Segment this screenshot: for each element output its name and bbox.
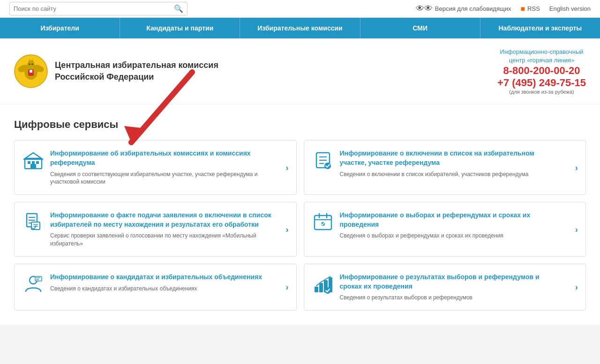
svg-rect-15 [32,161,35,164]
service-card-5-title: Информирование о кандидатах и избиратель… [50,273,273,282]
main-nav: Избиратели Кандидаты и партии Избиратель… [0,18,600,38]
nav-item-commissions[interactable]: Избирательные комиссии [240,18,360,38]
svg-point-9 [32,64,33,65]
svg-point-8 [29,64,30,65]
service-card-3-body: Информирование о факте подачи заявления … [50,211,273,248]
service-card-1-desc: Сведения о соответствующем избирательном… [50,171,273,186]
vision-link[interactable]: 👁👁 Версия для слабовидящих [416,4,511,14]
service-card-5[interactable]: Информирование о кандидатах и избиратель… [14,264,297,311]
service-card-1-title: Информирование об избирательных комиссия… [50,149,273,167]
service-card-2-body: Информирование о включении в список на и… [340,149,562,178]
hotline-phone1: 8-800-200-00-20 [497,65,586,77]
document-icon [23,212,44,232]
service-card-4-title: Информирование о выборах и референдумах … [340,211,562,229]
svg-rect-16 [36,161,39,164]
service-card-5-arrow: › [286,282,289,292]
nav-item-observers[interactable]: Наблюдатели и эксперты [480,18,600,38]
section-title: Цифровые сервисы [14,119,586,131]
service-card-1-body: Информирование об избирательных комиссия… [50,149,273,186]
service-card-2-desc: Сведения о включении в список избирателе… [340,171,562,178]
service-card-6-desc: Сведения о результатах выборов и референ… [340,294,562,302]
service-card-6-body: Информирование о результатах выборов и р… [340,273,562,302]
service-card-4[interactable]: Информирование о выборах и референдумах … [304,202,586,257]
rss-icon: ■ [520,5,525,13]
site-header: Центральная избирательная комиссия Росси… [0,38,600,104]
svg-rect-41 [319,283,323,292]
service-card-6-arrow: › [575,282,578,292]
service-card-1-arrow: › [286,163,289,172]
english-label: English version [549,5,591,12]
top-links: 👁👁 Версия для слабовидящих ■ RSS English… [416,4,591,14]
svg-rect-37 [35,276,42,281]
rss-label: RSS [527,5,540,12]
svg-rect-17 [30,164,36,169]
service-card-6-title: Информирование о результатах выборов и р… [340,273,562,291]
svg-rect-40 [315,287,318,292]
logo-emblem [14,54,48,88]
hotline-phone2: +7 (495) 249-75-15 [497,77,586,89]
glasses-icon: 👁👁 [416,4,433,14]
svg-rect-7 [30,70,32,73]
service-card-4-arrow: › [575,224,578,234]
building-icon [23,150,44,171]
service-card-5-desc: Сведения о кандидатах и избирательных об… [50,285,273,293]
service-card-3-desc: Сервис проверки заявлений о голосовании … [50,232,273,248]
top-bar: 🔍 👁👁 Версия для слабовидящих ■ RSS Engli… [0,0,600,18]
nav-item-candidates[interactable]: Кандидаты и партии [120,18,240,38]
service-card-4-desc: Сведения о выборах и референдумах и срок… [340,232,562,240]
services-grid: Информирование об избирательных комиссия… [14,140,586,311]
person-icon [23,274,44,294]
search-button[interactable]: 🔍 [174,4,183,13]
results-icon [313,274,333,294]
service-card-3[interactable]: Информирование о факте подачи заявления … [14,202,297,257]
rss-link[interactable]: ■ RSS [520,5,540,13]
hotline-title: Информационно-справочный центр «горячая … [497,48,586,65]
hotline-note: (для звонков из-за рубежа) [497,89,586,95]
service-card-5-body: Информирование о кандидатах и избиратель… [50,273,273,292]
service-card-3-arrow: › [286,224,289,234]
nav-item-media[interactable]: СМИ [360,18,480,38]
logo-text: Центральная избирательная комиссия Росси… [55,59,218,83]
english-link[interactable]: English version [549,5,591,12]
search-box[interactable]: 🔍 [9,2,188,15]
service-card-2-title: Информирование о включении в список на и… [340,149,562,167]
service-card-4-body: Информирование о выборах и референдумах … [340,211,562,240]
logo-area: Центральная избирательная комиссия Росси… [14,54,218,88]
hotline: Информационно-справочный центр «горячая … [497,48,586,95]
service-card-1[interactable]: Информирование об избирательных комиссия… [14,140,297,195]
vision-label: Версия для слабовидящих [435,5,511,12]
check-list-icon [313,150,333,171]
calendar-icon [313,212,333,232]
service-card-2-arrow: › [575,163,578,172]
service-card-2[interactable]: Информирование о включении в список на и… [304,140,586,195]
main-content: Цифровые сервисы Информирование об избир… [0,104,600,325]
search-input[interactable] [14,5,174,12]
service-card-6[interactable]: Информирование о результатах выборов и р… [304,264,586,311]
service-card-3-title: Информирование о факте подачи заявления … [50,211,273,229]
svg-rect-14 [28,161,30,164]
nav-item-voters[interactable]: Избиратели [0,18,120,38]
